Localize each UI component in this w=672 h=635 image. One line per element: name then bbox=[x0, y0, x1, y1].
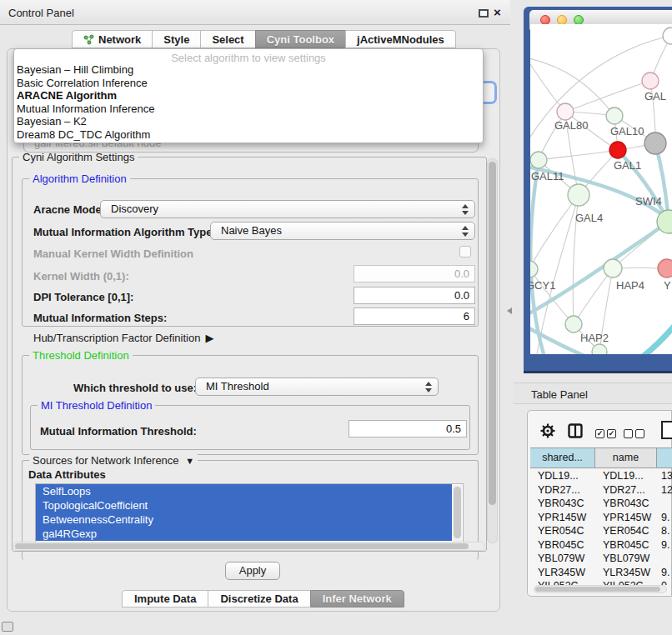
network-node-gal[interactable] bbox=[642, 72, 659, 89]
attribute-item-selfloops[interactable]: SelfLoops bbox=[36, 484, 452, 498]
manual-kernel-checkbox[interactable] bbox=[459, 246, 471, 258]
algorithm-option-bayesian-k2[interactable]: Bayesian – K2 bbox=[14, 115, 483, 128]
network-node-gal1[interactable] bbox=[609, 142, 626, 158]
table-row[interactable]: YLR345WYLR345W9. bbox=[530, 566, 672, 580]
splitter-grip-icon[interactable] bbox=[507, 308, 512, 314]
dpi-tolerance-label: DPI Tolerance [0,1]: bbox=[33, 291, 133, 303]
table-cell: 9. bbox=[657, 511, 672, 525]
algorithm-option-aracne-algorithm[interactable]: ARACNE Algorithm bbox=[14, 89, 483, 102]
mi-steps-field[interactable]: 6 bbox=[354, 308, 475, 325]
algorithm-option-bayesian-hill-climbing[interactable]: Bayesian – Hill Climbing bbox=[14, 63, 483, 77]
data-attributes-list[interactable]: SelfLoopsTopologicalCoefficientBetweenne… bbox=[35, 483, 464, 543]
table-row[interactable]: YBL079WYBL079W bbox=[530, 552, 672, 566]
tab-select[interactable]: Select bbox=[200, 30, 255, 48]
table-cell: YLR345W bbox=[595, 566, 657, 580]
tab-label: Discretize Data bbox=[220, 591, 298, 608]
hub-section-toggle[interactable]: Hub/Transcription Factor Definition▶ bbox=[33, 332, 213, 344]
bottom-tab-infer-network[interactable]: Infer Network bbox=[310, 590, 404, 608]
aracne-mode-combo[interactable]: Discovery bbox=[100, 200, 475, 218]
tab-jactivemnodules[interactable]: jActiveMNodules bbox=[345, 30, 456, 48]
table-cell: 0. bbox=[657, 579, 672, 585]
float-panel-icon[interactable] bbox=[479, 9, 489, 18]
algorithm-dropdown-placeholder: Select algorithm to view settings bbox=[14, 49, 483, 63]
column-view-button[interactable] bbox=[568, 423, 583, 441]
gear-icon bbox=[540, 423, 555, 438]
network-node-hap2[interactable] bbox=[565, 316, 582, 332]
network-node[interactable] bbox=[663, 28, 672, 44]
mi-threshold-legend: MI Threshold Definition bbox=[38, 399, 155, 412]
network-icon bbox=[83, 34, 94, 45]
tab-network[interactable]: Network bbox=[72, 30, 153, 48]
table-row[interactable]: YPR145WYPR145W9. bbox=[530, 511, 672, 525]
attribute-item-betweennesscentrality[interactable]: BetweennessCentrality bbox=[36, 512, 452, 527]
network-node-gal11[interactable] bbox=[530, 152, 547, 168]
dpi-tolerance-field[interactable]: 0.0 bbox=[354, 287, 475, 304]
tab-cyni-toolbox[interactable]: Cyni Toolbox bbox=[255, 30, 346, 48]
table-cell: YBR045C bbox=[530, 538, 595, 552]
table-cell: YBL079W bbox=[530, 552, 595, 566]
cyni-settings-legend: Cyni Algorithm Settings bbox=[19, 151, 138, 163]
settings-vertical-scrollbar-thumb[interactable] bbox=[489, 162, 496, 505]
table-cell bbox=[657, 497, 672, 511]
network-node-gal4[interactable] bbox=[568, 184, 589, 206]
deselect-all-button[interactable] bbox=[624, 427, 647, 439]
table-row[interactable]: YDR27...YDR27...12 bbox=[530, 483, 672, 498]
table-row[interactable]: YBR045CYBR045C9. bbox=[530, 538, 672, 552]
node-label-swi4: SWI4 bbox=[635, 195, 662, 208]
select-all-button[interactable]: ✓✓ bbox=[595, 427, 619, 439]
kernel-width-field[interactable]: 0.0 bbox=[354, 265, 475, 282]
algorithm-option-mutual-information-inference[interactable]: Mutual Information Inference bbox=[14, 102, 483, 116]
algorithm-option-dream8-dc-tdc-algorithm[interactable]: Dream8 DC_TDC Algorithm bbox=[14, 128, 483, 142]
mi-type-combo[interactable]: Naive Bayes bbox=[210, 222, 475, 240]
algorithm-option-basic-correlation-inference[interactable]: Basic Correlation Inference bbox=[14, 77, 483, 90]
column-header-partial[interactable] bbox=[657, 448, 672, 468]
table-cell: YER054C bbox=[530, 524, 595, 538]
table-cell: YDR27... bbox=[530, 483, 595, 498]
table-row[interactable]: YBR043CYBR043C bbox=[530, 497, 672, 511]
network-node[interactable] bbox=[644, 132, 666, 154]
which-threshold-combo[interactable]: MI Threshold bbox=[195, 378, 439, 396]
tab-label: Infer Network bbox=[323, 591, 392, 608]
network-graph: GALGAL80GAL10GAL1GAL11GAL4SWI4GCY1HAP4YH… bbox=[530, 24, 672, 354]
column-header-name[interactable]: name bbox=[595, 448, 657, 468]
table-panel-header: Table Panel bbox=[514, 382, 672, 404]
document-icon[interactable] bbox=[661, 421, 672, 439]
mi-threshold-field[interactable]: 0.5 bbox=[349, 420, 467, 438]
collapse-arrow-icon: ▼ bbox=[185, 456, 194, 466]
table-cell: YLR345W bbox=[530, 566, 595, 580]
attribute-item-topologicalcoefficient[interactable]: TopologicalCoefficient bbox=[36, 498, 452, 512]
table-row[interactable]: YIL052CYIL052C0. bbox=[530, 579, 672, 585]
bottom-tabs: Impute DataDiscretize DataInfer Network bbox=[122, 590, 404, 608]
list-scrollbar[interactable] bbox=[453, 485, 462, 543]
mi-type-value: Naive Bayes bbox=[221, 224, 282, 237]
network-node[interactable] bbox=[592, 344, 607, 354]
bottom-tab-discretize-data[interactable]: Discretize Data bbox=[208, 590, 310, 608]
node-label-hap2: HAP2 bbox=[580, 332, 609, 344]
network-canvas[interactable]: GALGAL80GAL10GAL1GAL11GAL4SWI4GCY1HAP4YH… bbox=[530, 24, 672, 354]
network-node-gal10[interactable] bbox=[606, 108, 623, 124]
tab-style[interactable]: Style bbox=[152, 30, 201, 48]
hub-section-label: Hub/Transcription Factor Definition bbox=[33, 332, 200, 344]
network-view-window: GALGAL80GAL10GAL1GAL11GAL4SWI4GCY1HAP4YH… bbox=[524, 7, 672, 373]
table-row[interactable]: YDL19...YDL19...13 bbox=[530, 469, 672, 483]
close-icon[interactable]: × bbox=[494, 5, 501, 19]
checked-box-icon: ✓ bbox=[595, 429, 604, 438]
column-header-shared[interactable]: shared... bbox=[530, 448, 595, 468]
network-node-gcy1[interactable] bbox=[530, 261, 538, 278]
table-horizontal-scrollbar-thumb[interactable] bbox=[535, 587, 660, 592]
collapsed-panel-icon[interactable] bbox=[2, 622, 13, 632]
table-cell: 12 bbox=[657, 483, 672, 498]
network-node-y[interactable] bbox=[658, 259, 672, 278]
apply-button[interactable]: Apply bbox=[225, 562, 280, 580]
kernel-width-label: Kernel Width (0,1): bbox=[33, 270, 129, 282]
bottom-tab-impute-data[interactable]: Impute Data bbox=[122, 590, 208, 608]
settings-horizontal-scrollbar-thumb[interactable] bbox=[15, 543, 469, 549]
table-settings-button[interactable] bbox=[540, 423, 555, 441]
table-cell: YBR045C bbox=[595, 538, 657, 552]
network-node-gal80[interactable] bbox=[557, 103, 574, 120]
table-row[interactable]: YER054CYER054C8. bbox=[530, 524, 672, 538]
network-node-hap4[interactable] bbox=[604, 259, 622, 278]
spinner-arrows-icon bbox=[425, 382, 432, 393]
sources-legend[interactable]: Sources for Network Inference ▼ bbox=[29, 454, 198, 467]
attribute-item-gal4rgexp[interactable]: gal4RGexp bbox=[36, 527, 452, 541]
